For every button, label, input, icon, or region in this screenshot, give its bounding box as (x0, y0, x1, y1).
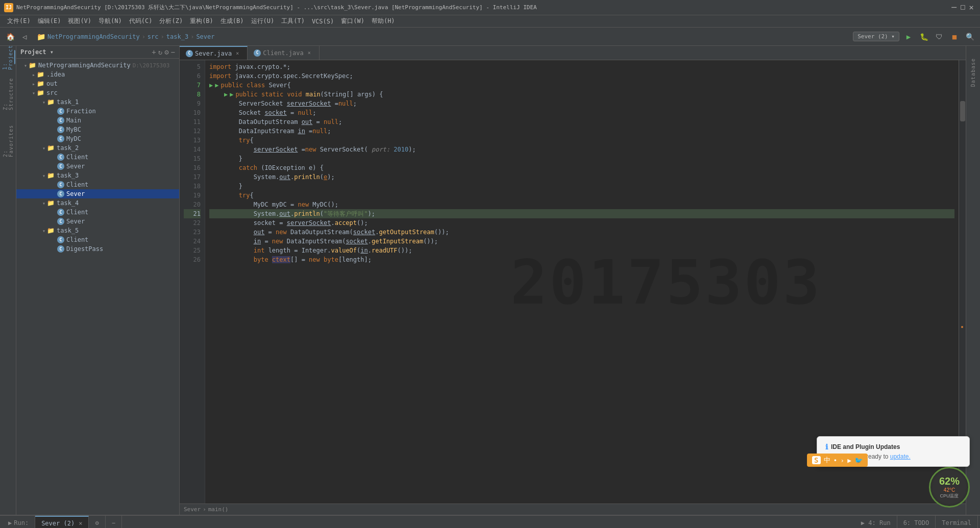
bottom-tab-run-label[interactable]: ▶ Run: (2, 516, 35, 528)
run-config-dropdown[interactable]: Sever (2) ▾ (853, 32, 899, 41)
menu-item-file[interactable]: 文件(E) (4, 16, 34, 27)
line-numbers: 5 6 7 8 9 10 11 12 13 14 15 16 17 18 19 … (180, 60, 205, 504)
tree-task3-client-label: Client (66, 181, 88, 188)
tree-task3-sever[interactable]: C Sever (16, 189, 179, 198)
toolbar-btn-back[interactable]: ◁ (18, 31, 31, 43)
breadcrumb-sever[interactable]: Sever (196, 33, 214, 40)
run-btn[interactable]: ▶ (902, 31, 915, 43)
tree-arrow-idea: ▸ (31, 72, 37, 78)
tree-task5-digestpass[interactable]: C DigestPass (16, 244, 179, 254)
bottom-tab-terminal[interactable]: Terminal (936, 516, 978, 528)
bottom-tab-sever2[interactable]: Sever (2) × (35, 516, 89, 528)
folder-icon-task2: 📁 (47, 144, 55, 152)
folder-icon-idea: 📁 (37, 71, 44, 78)
bottom-tab-sever2-close[interactable]: × (79, 520, 82, 527)
bottom-tab-run4-text: ▶ 4: Run (861, 519, 891, 526)
ime-mode-chinese[interactable]: 中 (824, 456, 830, 465)
tree-task3[interactable]: ▾ 📁 task_3 (16, 171, 179, 180)
tree-task3-client[interactable]: C Client (16, 180, 179, 189)
file-icon-task5-digestpass: C (57, 245, 64, 253)
notification-link[interactable]: update. (890, 453, 911, 460)
tree-task1[interactable]: ▾ 📁 task_1 (16, 97, 179, 107)
minimize-btn[interactable]: ─ (951, 3, 957, 12)
breadcrumb-src[interactable]: src (148, 33, 159, 40)
toolbar-btn-home[interactable]: 🏠 (4, 31, 16, 43)
tree-task4-label: task_4 (57, 199, 79, 207)
tree-task4-client[interactable]: C Client (16, 208, 179, 217)
tree-root[interactable]: ▾ 📁 NetProgrammingAndSecurity D:\2017530… (16, 61, 179, 70)
tree-src[interactable]: ▾ 📁 src (16, 88, 179, 97)
tab-client[interactable]: C Client.java × (248, 46, 319, 60)
line-num-20: 20 (184, 200, 201, 209)
breadcrumb-task3[interactable]: task_3 (166, 33, 188, 40)
coverage-btn[interactable]: 🛡 (933, 31, 945, 43)
tree-root-label: NetProgrammingAndSecurity (38, 62, 131, 69)
tree-task2-sever[interactable]: C Sever (16, 162, 179, 171)
tree-task4-sever[interactable]: C Sever (16, 217, 179, 226)
search-everywhere-btn[interactable]: 🔍 (964, 31, 976, 43)
scroll-thumb[interactable] (960, 101, 965, 121)
menu-item-navigate[interactable]: 导航(N) (95, 16, 125, 27)
bottom-tab-minimize[interactable]: − (106, 516, 122, 528)
breadcrumb-project[interactable]: NetProgrammingAndSecurity (47, 33, 140, 40)
tree-task3-sever-label: Sever (66, 190, 85, 197)
tree-mydc[interactable]: C MyDC (16, 134, 179, 143)
menu-item-code[interactable]: 代码(C) (126, 16, 156, 27)
code-line-5: import javax.crypto.*; (209, 63, 290, 70)
bottom-tab-todo[interactable]: 6: TODO (897, 516, 936, 528)
database-icon[interactable]: Database (970, 58, 976, 87)
tree-task5-client[interactable]: C Client (16, 235, 179, 244)
tree-main[interactable]: C Main (16, 116, 179, 125)
file-icon-task4-sever: C (57, 218, 64, 225)
tree-task2[interactable]: ▾ 📁 task_2 (16, 143, 179, 153)
bottom-tab-run4[interactable]: ▶ 4: Run (855, 516, 897, 528)
tree-mybc[interactable]: C MyBC (16, 125, 179, 134)
favorites-icon[interactable]: 2: Favorites (1, 134, 15, 148)
toolbar-right: Sever (2) ▾ ▶ 🐛 🛡 ■ 🔍 (853, 31, 976, 43)
structure-icon[interactable]: Z: Structure (1, 87, 15, 101)
folder-icon-task4: 📁 (47, 199, 55, 207)
tree-fraction[interactable]: C Fraction (16, 107, 179, 116)
project-panel-icon[interactable]: 1: Project (1, 50, 15, 64)
menu-item-run[interactable]: 运行(U) (248, 16, 278, 27)
menu-item-edit[interactable]: 编辑(E) (35, 16, 64, 27)
tab-close-client[interactable]: × (306, 49, 313, 57)
menu-item-generate[interactable]: 生成(B) (217, 16, 247, 27)
tree-task2-client[interactable]: C Client (16, 153, 179, 162)
tree-task4[interactable]: ▾ 📁 task_4 (16, 198, 179, 208)
add-icon[interactable]: + (152, 48, 156, 56)
line-num-12: 12 (184, 127, 201, 136)
sync-icon[interactable]: ↻ (158, 48, 162, 56)
menu-bar: 文件(E) 编辑(E) 视图(V) 导航(N) 代码(C) 分析(Z) 重构(B… (0, 15, 980, 28)
code-line-19: try{ (209, 192, 254, 199)
folder-icon-src: 📁 (37, 89, 44, 96)
code-line-13: try{ (209, 137, 254, 144)
bottom-tab-run-text: Run: (14, 519, 29, 526)
tree-out[interactable]: ▸ 📁 out (16, 79, 179, 88)
menu-item-vcs[interactable]: VCS(S) (309, 17, 337, 26)
menu-item-view[interactable]: 视图(V) (65, 16, 94, 27)
debug-btn[interactable]: 🐛 (918, 31, 930, 43)
menu-item-tools[interactable]: 工具(T) (278, 16, 308, 27)
collapse-icon[interactable]: − (171, 48, 175, 56)
bottom-tab-settings-icon: ⚙ (95, 519, 99, 526)
stop-btn[interactable]: ■ (948, 31, 961, 43)
menu-item-refactor[interactable]: 重构(B) (187, 16, 216, 27)
editor-breadcrumb: Sever › main() (180, 504, 966, 515)
bottom-tab-settings[interactable]: ⚙ (89, 516, 105, 528)
tab-close-sever[interactable]: × (234, 50, 241, 57)
settings-icon[interactable]: ⚙ (164, 48, 168, 56)
cpu-label: CPU温度 (940, 493, 959, 499)
ime-arrow[interactable]: ▶ (847, 457, 851, 464)
title-text: NetProgrammingAndSecurity [D:\20175303 乐… (16, 4, 951, 11)
menu-item-analyze[interactable]: 分析(Z) (156, 16, 186, 27)
maximize-btn[interactable]: □ (961, 3, 965, 12)
menu-item-window[interactable]: 窗口(W) (338, 16, 368, 27)
bottom-tabs: ▶ Run: Sever (2) × ⚙ − ▶ 4: Run 6: TODO … (0, 516, 980, 528)
tree-task5[interactable]: ▾ 📁 task_5 (16, 226, 179, 235)
close-btn[interactable]: × (969, 3, 974, 12)
tree-idea[interactable]: ▸ 📁 .idea (16, 70, 179, 79)
menu-item-help[interactable]: 帮助(H) (369, 16, 398, 27)
line-num-26: 26 (184, 255, 201, 264)
tab-sever[interactable]: C Sever.java × (180, 46, 248, 60)
